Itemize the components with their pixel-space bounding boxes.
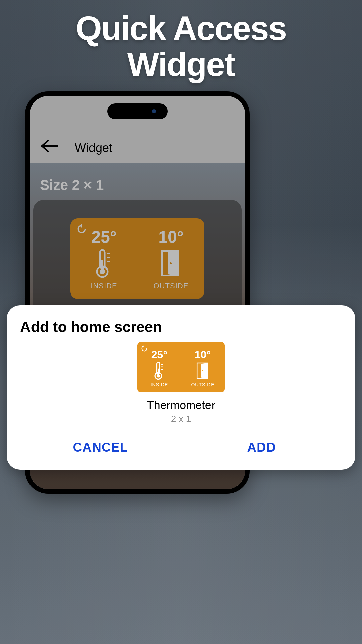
outside-column-small: 10° OUTSIDE [181,342,225,392]
thermometer-widget-small: 25° INSIDE 10° [137,342,225,392]
sheet-widget-preview: 25° INSIDE 10° [20,342,275,424]
svg-rect-3 [101,260,103,270]
add-button[interactable]: ADD [181,435,275,460]
dynamic-island [107,103,168,119]
promo-heading-line2: Widget [127,46,235,83]
thermometer-icon [94,248,114,278]
outside-temp: 10° [158,229,184,246]
add-to-home-sheet: Add to home screen 25° [7,305,275,470]
outside-label: OUTSIDE [154,282,189,290]
size-label: Size 2 × 1 [40,177,104,193]
inside-temp-small: 25° [151,349,167,360]
inside-label-small: INSIDE [150,382,168,387]
svg-point-19 [202,370,203,371]
svg-point-9 [170,262,172,264]
cancel-button[interactable]: CANCEL [20,435,181,460]
refresh-icon [141,345,148,352]
sheet-widget-size: 2 x 1 [171,414,191,424]
outside-column: 10° OUTSIDE [137,218,204,299]
outside-label-small: OUTSIDE [191,382,214,387]
sheet-title: Add to home screen [20,319,275,335]
nav-title: Widget [75,141,112,155]
back-arrow-icon[interactable] [40,139,58,155]
svg-marker-18 [201,363,207,378]
promo-heading-line1: Quick Access [76,9,275,47]
sheet-button-row: CANCEL ADD [20,435,275,463]
door-icon [195,361,210,380]
widget-preview-card[interactable]: 25° INSIDE [33,200,242,317]
thermometer-icon [153,361,166,380]
refresh-icon[interactable] [76,224,87,234]
svg-rect-13 [158,369,159,375]
inside-temp: 25° [91,229,117,246]
outside-temp-small: 10° [195,349,211,360]
promo-heading: Quick Access Widget [0,10,275,83]
sheet-widget-name: Thermometer [147,398,215,412]
inside-label: INSIDE [90,282,117,290]
svg-marker-8 [168,251,179,276]
thermometer-widget-large: 25° INSIDE [70,218,204,299]
door-icon [159,248,183,278]
